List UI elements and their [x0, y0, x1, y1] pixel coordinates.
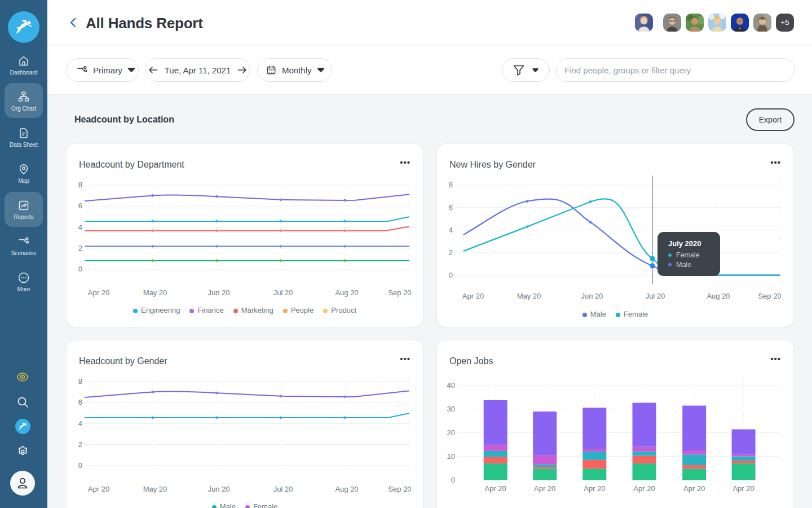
svg-text:May 20: May 20 — [143, 288, 167, 297]
svg-text:May 20: May 20 — [517, 292, 541, 300]
svg-text:Jul 20: Jul 20 — [646, 292, 665, 300]
svg-text:Apr 20: Apr 20 — [633, 484, 655, 493]
svg-text:2: 2 — [78, 244, 82, 252]
svg-text:Aug 20: Aug 20 — [335, 485, 358, 493]
svg-text:Jun 20: Jun 20 — [208, 485, 230, 493]
svg-text:20: 20 — [447, 428, 455, 437]
svg-text:Apr 20: Apr 20 — [683, 484, 705, 493]
svg-text:Sep 20: Sep 20 — [758, 292, 781, 300]
svg-text:Jul 20: Jul 20 — [273, 485, 293, 493]
svg-text:40: 40 — [447, 381, 455, 389]
svg-text:0: 0 — [451, 476, 455, 484]
svg-text:May 20: May 20 — [143, 485, 167, 493]
svg-text:Apr 20: Apr 20 — [534, 484, 555, 493]
svg-text:Apr 20: Apr 20 — [462, 292, 484, 300]
svg-text:6: 6 — [78, 398, 82, 406]
svg-text:Sep 20: Sep 20 — [388, 485, 411, 493]
svg-text:6: 6 — [78, 202, 82, 210]
svg-text:Jun 20: Jun 20 — [208, 288, 230, 297]
svg-text:2: 2 — [449, 248, 453, 257]
svg-text:Jul 20: Jul 20 — [273, 288, 293, 297]
svg-text:8: 8 — [78, 377, 82, 386]
svg-text:Apr 20: Apr 20 — [88, 288, 109, 297]
svg-text:Aug 20: Aug 20 — [707, 292, 730, 300]
svg-text:Apr 20: Apr 20 — [584, 484, 605, 493]
svg-text:4: 4 — [78, 223, 82, 231]
svg-text:Apr 20: Apr 20 — [485, 484, 506, 493]
svg-text:Jun 20: Jun 20 — [581, 292, 603, 300]
svg-text:4: 4 — [78, 419, 82, 428]
svg-text:Aug 20: Aug 20 — [335, 288, 358, 297]
svg-text:30: 30 — [447, 405, 455, 413]
svg-text:0: 0 — [78, 461, 82, 470]
svg-text:0: 0 — [78, 265, 82, 273]
svg-text:8: 8 — [449, 181, 453, 189]
svg-text:Sep 20: Sep 20 — [388, 288, 411, 297]
svg-text:8: 8 — [78, 181, 82, 189]
svg-text:6: 6 — [449, 203, 453, 212]
svg-text:0: 0 — [449, 271, 453, 279]
svg-text:Apr 20: Apr 20 — [88, 485, 109, 493]
svg-text:Apr 20: Apr 20 — [732, 484, 754, 493]
svg-text:10: 10 — [447, 452, 455, 461]
svg-text:4: 4 — [449, 226, 453, 234]
svg-text:2: 2 — [78, 440, 82, 449]
